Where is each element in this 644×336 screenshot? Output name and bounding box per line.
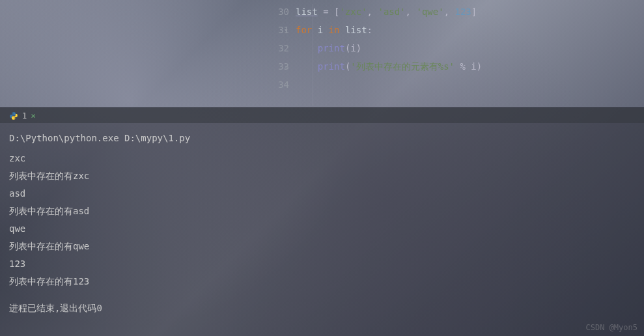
code-token: ] bbox=[471, 7, 477, 17]
code-token: print bbox=[318, 61, 345, 72]
code-token: = [ bbox=[318, 7, 340, 17]
console-command: D:\Python\python.exe D:\mypy\1.py bbox=[9, 130, 635, 147]
code-token: (i) bbox=[345, 43, 361, 53]
code-line[interactable]: ▵ print('列表中存在的元素有%s' % i) bbox=[296, 57, 644, 76]
code-token bbox=[296, 61, 318, 72]
code-token: 'qwe' bbox=[416, 7, 443, 17]
code-token: '列表中存在的元素有%s' bbox=[350, 61, 455, 72]
console-exit-message: 进程已结束,退出代码0 bbox=[9, 300, 635, 317]
line-number: 34 bbox=[263, 76, 289, 94]
code-token: 'asd' bbox=[378, 7, 405, 17]
code-token: print bbox=[318, 43, 345, 53]
code-line[interactable] bbox=[296, 76, 644, 94]
console-line: asd bbox=[9, 185, 635, 203]
code-token: 'zxc' bbox=[339, 7, 367, 17]
python-icon bbox=[9, 111, 18, 120]
code-token: , bbox=[367, 7, 378, 17]
line-number: 32 bbox=[263, 39, 289, 57]
console-output[interactable]: D:\Python\python.exe D:\mypy\1.py zxc列表中… bbox=[0, 123, 644, 336]
code-token: list bbox=[296, 7, 318, 17]
code-token: i bbox=[318, 25, 329, 35]
console-line: qwe bbox=[9, 220, 635, 238]
close-icon[interactable]: × bbox=[31, 111, 36, 120]
code-token bbox=[296, 43, 318, 53]
console-line: 列表中存在的有123 bbox=[9, 273, 635, 290]
watermark: CSDN @Myon5 bbox=[586, 323, 637, 332]
code-editor[interactable]: 3031323334 list = ['zxc', 'asd', 'qwe', … bbox=[0, 0, 644, 107]
code-token: 123 bbox=[455, 7, 471, 17]
code-line[interactable]: print(i) bbox=[296, 39, 644, 57]
line-number: 30 bbox=[263, 3, 289, 21]
console-line: 列表中存在的有zxc bbox=[9, 167, 635, 185]
code-token: for bbox=[296, 25, 318, 35]
code-token: % i) bbox=[455, 61, 482, 72]
line-gutter: 3031323334 bbox=[263, 3, 296, 107]
code-token: list bbox=[345, 25, 367, 35]
code-token: : bbox=[367, 25, 372, 35]
console-line: 列表中存在的有qwe bbox=[9, 238, 635, 255]
code-content[interactable]: list = ['zxc', 'asd', 'qwe', 123]▾for i … bbox=[296, 3, 644, 107]
code-line[interactable]: ▾for i in list: bbox=[296, 21, 644, 39]
fold-marker-icon[interactable]: ▾ bbox=[284, 21, 290, 40]
code-token: , bbox=[444, 7, 455, 17]
console-line: zxc bbox=[9, 150, 635, 167]
code-line[interactable]: list = ['zxc', 'asd', 'qwe', 123] bbox=[296, 3, 644, 21]
code-token: , bbox=[406, 7, 417, 17]
fold-marker-icon[interactable]: ▵ bbox=[284, 58, 290, 76]
run-tab-bar: 1 × bbox=[0, 107, 644, 123]
tab-label: 1 bbox=[22, 111, 27, 120]
run-tab[interactable]: 1 × bbox=[4, 109, 41, 122]
code-token: in bbox=[329, 25, 345, 35]
console-line: 123 bbox=[9, 255, 635, 273]
console-line: 列表中存在的有asd bbox=[9, 203, 635, 220]
